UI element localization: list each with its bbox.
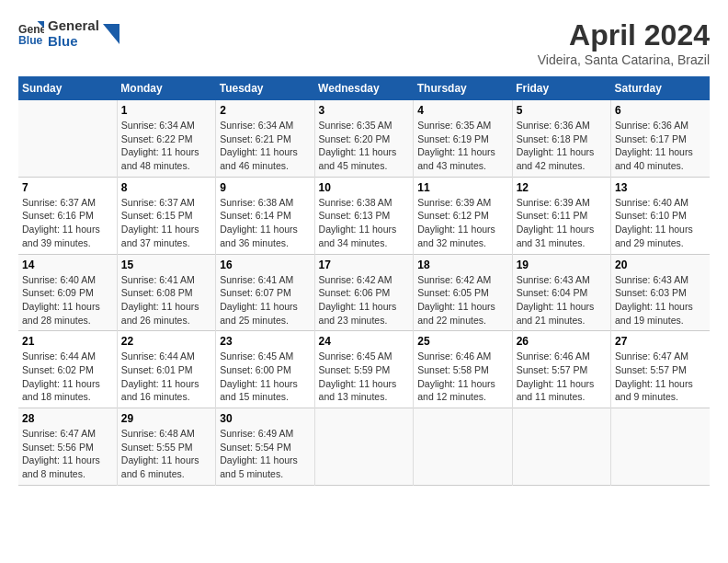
calendar-cell bbox=[611, 408, 710, 486]
page-header: General Blue General Blue April 2024 Vid… bbox=[18, 18, 710, 67]
calendar-cell: 26Sunrise: 6:46 AM Sunset: 5:57 PM Dayli… bbox=[512, 331, 610, 408]
calendar-cell: 23Sunrise: 6:45 AM Sunset: 6:00 PM Dayli… bbox=[216, 331, 314, 408]
day-number: 28 bbox=[22, 412, 113, 425]
calendar-cell: 22Sunrise: 6:44 AM Sunset: 6:01 PM Dayli… bbox=[117, 331, 215, 408]
day-info: Sunrise: 6:38 AM Sunset: 6:14 PM Dayligh… bbox=[220, 196, 310, 250]
calendar-cell: 24Sunrise: 6:45 AM Sunset: 5:59 PM Dayli… bbox=[314, 331, 414, 408]
day-number: 14 bbox=[22, 259, 113, 271]
day-number: 17 bbox=[319, 259, 410, 271]
weekday-header: Thursday bbox=[414, 76, 512, 100]
day-number: 16 bbox=[220, 259, 310, 271]
day-info: Sunrise: 6:39 AM Sunset: 6:11 PM Dayligh… bbox=[517, 196, 607, 250]
day-info: Sunrise: 6:36 AM Sunset: 6:18 PM Dayligh… bbox=[517, 119, 607, 173]
day-number: 15 bbox=[121, 259, 211, 271]
weekday-header: Wednesday bbox=[314, 76, 414, 100]
calendar-cell: 5Sunrise: 6:36 AM Sunset: 6:18 PM Daylig… bbox=[512, 100, 610, 177]
svg-text:Blue: Blue bbox=[18, 34, 43, 47]
day-number: 18 bbox=[417, 259, 507, 271]
calendar-cell: 18Sunrise: 6:42 AM Sunset: 6:05 PM Dayli… bbox=[414, 254, 512, 331]
calendar-cell: 28Sunrise: 6:47 AM Sunset: 5:56 PM Dayli… bbox=[18, 408, 117, 486]
calendar-cell: 20Sunrise: 6:43 AM Sunset: 6:03 PM Dayli… bbox=[611, 254, 710, 331]
day-info: Sunrise: 6:45 AM Sunset: 5:59 PM Dayligh… bbox=[319, 350, 410, 404]
day-info: Sunrise: 6:37 AM Sunset: 6:15 PM Dayligh… bbox=[121, 196, 211, 250]
calendar-cell: 19Sunrise: 6:43 AM Sunset: 6:04 PM Dayli… bbox=[512, 254, 610, 331]
calendar-cell: 4Sunrise: 6:35 AM Sunset: 6:19 PM Daylig… bbox=[414, 100, 512, 177]
day-number: 19 bbox=[517, 259, 607, 271]
month-title: April 2024 bbox=[538, 18, 710, 52]
day-info: Sunrise: 6:35 AM Sunset: 6:20 PM Dayligh… bbox=[319, 119, 410, 173]
day-info: Sunrise: 6:34 AM Sunset: 6:21 PM Dayligh… bbox=[220, 119, 310, 173]
calendar-week-row: 7Sunrise: 6:37 AM Sunset: 6:16 PM Daylig… bbox=[18, 177, 710, 254]
day-info: Sunrise: 6:48 AM Sunset: 5:55 PM Dayligh… bbox=[121, 427, 211, 481]
day-number: 1 bbox=[121, 104, 211, 117]
calendar-header: SundayMondayTuesdayWednesdayThursdayFrid… bbox=[18, 76, 710, 100]
calendar-week-row: 21Sunrise: 6:44 AM Sunset: 6:02 PM Dayli… bbox=[18, 331, 710, 408]
day-number: 23 bbox=[220, 335, 310, 348]
day-info: Sunrise: 6:47 AM Sunset: 5:57 PM Dayligh… bbox=[615, 350, 706, 404]
logo-line2: Blue bbox=[48, 34, 99, 50]
weekday-row: SundayMondayTuesdayWednesdayThursdayFrid… bbox=[18, 76, 710, 100]
day-number: 24 bbox=[319, 335, 410, 348]
logo-triangle-icon bbox=[103, 24, 119, 44]
calendar-cell: 27Sunrise: 6:47 AM Sunset: 5:57 PM Dayli… bbox=[611, 331, 710, 408]
day-info: Sunrise: 6:46 AM Sunset: 5:58 PM Dayligh… bbox=[417, 350, 507, 404]
calendar-cell: 3Sunrise: 6:35 AM Sunset: 6:20 PM Daylig… bbox=[314, 100, 414, 177]
day-number: 4 bbox=[417, 104, 507, 117]
day-number: 7 bbox=[22, 181, 113, 194]
weekday-header: Friday bbox=[512, 76, 610, 100]
svg-marker-3 bbox=[103, 24, 119, 44]
day-info: Sunrise: 6:45 AM Sunset: 6:00 PM Dayligh… bbox=[220, 350, 310, 404]
calendar-cell: 29Sunrise: 6:48 AM Sunset: 5:55 PM Dayli… bbox=[117, 408, 215, 486]
calendar-cell: 7Sunrise: 6:37 AM Sunset: 6:16 PM Daylig… bbox=[18, 177, 117, 254]
calendar-cell: 2Sunrise: 6:34 AM Sunset: 6:21 PM Daylig… bbox=[216, 100, 314, 177]
day-number: 26 bbox=[517, 335, 607, 348]
day-info: Sunrise: 6:41 AM Sunset: 6:07 PM Dayligh… bbox=[220, 273, 310, 327]
day-number: 22 bbox=[121, 335, 211, 348]
day-number: 25 bbox=[417, 335, 507, 348]
day-number: 11 bbox=[417, 181, 507, 194]
day-number: 21 bbox=[22, 335, 113, 348]
calendar-cell bbox=[314, 408, 414, 486]
day-info: Sunrise: 6:42 AM Sunset: 6:05 PM Dayligh… bbox=[417, 273, 507, 327]
calendar-cell: 8Sunrise: 6:37 AM Sunset: 6:15 PM Daylig… bbox=[117, 177, 215, 254]
day-number: 5 bbox=[517, 104, 607, 117]
logo-line1: General bbox=[48, 18, 99, 34]
logo: General Blue General Blue bbox=[18, 18, 119, 49]
day-number: 8 bbox=[121, 181, 211, 194]
weekday-header: Saturday bbox=[611, 76, 710, 100]
day-info: Sunrise: 6:46 AM Sunset: 5:57 PM Dayligh… bbox=[517, 350, 607, 404]
calendar-cell: 1Sunrise: 6:34 AM Sunset: 6:22 PM Daylig… bbox=[117, 100, 215, 177]
calendar-cell: 12Sunrise: 6:39 AM Sunset: 6:11 PM Dayli… bbox=[512, 177, 610, 254]
day-info: Sunrise: 6:49 AM Sunset: 5:54 PM Dayligh… bbox=[220, 427, 310, 481]
day-info: Sunrise: 6:43 AM Sunset: 6:04 PM Dayligh… bbox=[517, 273, 607, 327]
weekday-header: Monday bbox=[117, 76, 215, 100]
day-info: Sunrise: 6:38 AM Sunset: 6:13 PM Dayligh… bbox=[319, 196, 410, 250]
calendar-cell: 30Sunrise: 6:49 AM Sunset: 5:54 PM Dayli… bbox=[216, 408, 314, 486]
calendar-cell: 11Sunrise: 6:39 AM Sunset: 6:12 PM Dayli… bbox=[414, 177, 512, 254]
calendar-week-row: 14Sunrise: 6:40 AM Sunset: 6:09 PM Dayli… bbox=[18, 254, 710, 331]
calendar-cell: 6Sunrise: 6:36 AM Sunset: 6:17 PM Daylig… bbox=[611, 100, 710, 177]
day-info: Sunrise: 6:34 AM Sunset: 6:22 PM Dayligh… bbox=[121, 119, 211, 173]
day-info: Sunrise: 6:40 AM Sunset: 6:10 PM Dayligh… bbox=[615, 196, 706, 250]
calendar-cell: 15Sunrise: 6:41 AM Sunset: 6:08 PM Dayli… bbox=[117, 254, 215, 331]
day-number: 20 bbox=[615, 259, 706, 271]
calendar-cell: 16Sunrise: 6:41 AM Sunset: 6:07 PM Dayli… bbox=[216, 254, 314, 331]
day-number: 13 bbox=[615, 181, 706, 194]
day-info: Sunrise: 6:44 AM Sunset: 6:02 PM Dayligh… bbox=[22, 350, 113, 404]
calendar-cell: 21Sunrise: 6:44 AM Sunset: 6:02 PM Dayli… bbox=[18, 331, 117, 408]
day-number: 12 bbox=[517, 181, 607, 194]
day-number: 3 bbox=[319, 104, 410, 117]
day-number: 29 bbox=[121, 412, 211, 425]
calendar-cell: 14Sunrise: 6:40 AM Sunset: 6:09 PM Dayli… bbox=[18, 254, 117, 331]
day-info: Sunrise: 6:40 AM Sunset: 6:09 PM Dayligh… bbox=[22, 273, 113, 327]
calendar-week-row: 28Sunrise: 6:47 AM Sunset: 5:56 PM Dayli… bbox=[18, 408, 710, 486]
weekday-header: Sunday bbox=[18, 76, 117, 100]
weekday-header: Tuesday bbox=[216, 76, 314, 100]
logo-icon: General Blue bbox=[18, 21, 44, 47]
day-info: Sunrise: 6:36 AM Sunset: 6:17 PM Dayligh… bbox=[615, 119, 706, 173]
day-info: Sunrise: 6:37 AM Sunset: 6:16 PM Dayligh… bbox=[22, 196, 113, 250]
day-info: Sunrise: 6:35 AM Sunset: 6:19 PM Dayligh… bbox=[417, 119, 507, 173]
calendar-cell bbox=[18, 100, 117, 177]
day-number: 10 bbox=[319, 181, 410, 194]
day-info: Sunrise: 6:39 AM Sunset: 6:12 PM Dayligh… bbox=[417, 196, 507, 250]
